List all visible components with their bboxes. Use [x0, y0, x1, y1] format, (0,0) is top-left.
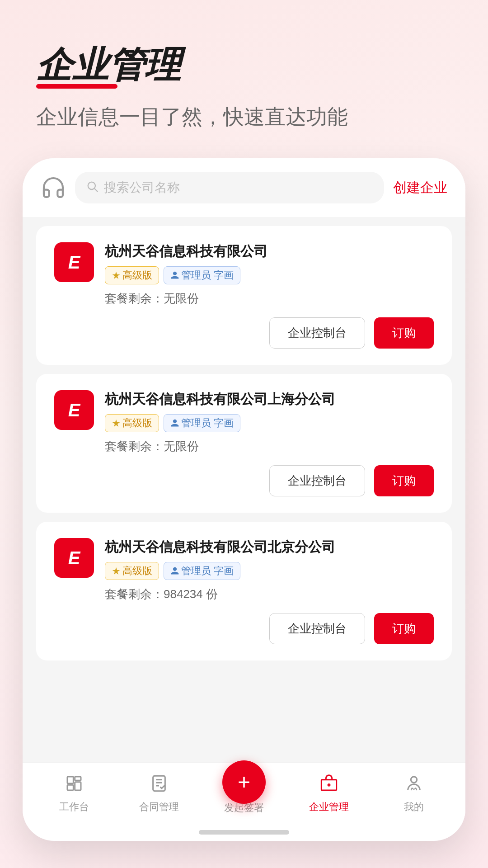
search-bar-area: 搜索公司名称 创建企业: [23, 158, 465, 217]
nav-item-enterprise[interactable]: 企业管理: [286, 774, 371, 814]
svg-line-1: [94, 189, 97, 191]
search-icon: [86, 180, 99, 196]
company-actions-2: 企业控制台 订购: [54, 465, 434, 496]
company-card-1: E 杭州天谷信息科技有限公司 高级版 管理员 字画: [36, 226, 452, 365]
company-name-2: 杭州天谷信息科技有限公司上海分公司: [105, 390, 434, 408]
company-header-3: E 杭州天谷信息科技有限公司北京分公司 高级版 管理员 字画: [54, 538, 434, 602]
phone-mockup: 搜索公司名称 创建企业 E 杭州天谷信息科技有限公司 高级: [23, 158, 465, 841]
search-input[interactable]: 搜索公司名称: [75, 172, 384, 203]
svg-rect-6: [153, 776, 165, 791]
svg-rect-4: [67, 785, 73, 790]
company-logo-text-1: E: [68, 252, 80, 273]
company-tags-2: 高级版 管理员 字画: [105, 414, 434, 432]
svg-point-13: [411, 777, 417, 783]
home-indicator: [199, 830, 289, 835]
nav-item-contract[interactable]: 合同管理: [117, 774, 202, 814]
enterprise-icon: [320, 774, 338, 797]
admin-tag-2: 管理员 字画: [164, 414, 240, 432]
bottom-nav: 工作台 合同管理 + 发起签署: [23, 762, 465, 826]
order-btn-2[interactable]: 订购: [374, 465, 434, 496]
company-logo-3: E: [54, 538, 94, 578]
company-quota-1: 套餐剩余：无限份: [105, 291, 434, 307]
company-actions-3: 企业控制台 订购: [54, 613, 434, 644]
company-name-3: 杭州天谷信息科技有限公司北京分公司: [105, 538, 434, 556]
enterprise-control-btn-1[interactable]: 企业控制台: [269, 317, 365, 349]
plus-icon: +: [238, 771, 250, 793]
company-logo-text-2: E: [68, 400, 80, 420]
nav-item-workbench[interactable]: 工作台: [32, 774, 117, 814]
company-logo-text-3: E: [68, 548, 80, 568]
page-title: 企业管理: [36, 45, 181, 85]
admin-tag-3: 管理员 字画: [164, 562, 240, 580]
enterprise-control-btn-2[interactable]: 企业控制台: [269, 465, 365, 496]
order-btn-1[interactable]: 订购: [374, 317, 434, 349]
search-placeholder: 搜索公司名称: [104, 179, 180, 196]
company-header-1: E 杭州天谷信息科技有限公司 高级版 管理员 字画: [54, 242, 434, 307]
nav-item-mine[interactable]: 我的: [371, 774, 456, 814]
company-name-1: 杭州天谷信息科技有限公司: [105, 242, 434, 260]
contract-label: 合同管理: [139, 800, 179, 814]
company-logo-2: E: [54, 390, 94, 430]
mine-icon: [405, 774, 423, 797]
company-tags-1: 高级版 管理员 字画: [105, 266, 434, 284]
sign-fab-button[interactable]: +: [222, 760, 266, 804]
company-card-2: E 杭州天谷信息科技有限公司上海分公司 高级版 管理员 字画: [36, 374, 452, 513]
premium-tag-3: 高级版: [105, 562, 159, 580]
svg-rect-2: [67, 777, 73, 783]
company-logo-1: E: [54, 242, 94, 282]
mine-label: 我的: [404, 800, 424, 814]
company-quota-2: 套餐剩余：无限份: [105, 439, 434, 454]
workbench-label: 工作台: [59, 800, 89, 814]
contract-icon: [150, 774, 168, 797]
company-header-2: E 杭州天谷信息科技有限公司上海分公司 高级版 管理员 字画: [54, 390, 434, 454]
company-card-3: E 杭州天谷信息科技有限公司北京分公司 高级版 管理员 字画: [36, 522, 452, 660]
enterprise-label: 企业管理: [309, 800, 349, 814]
companies-list: E 杭州天谷信息科技有限公司 高级版 管理员 字画: [23, 217, 465, 762]
page-header: 企业管理 企业信息一目了然，快速直达功能: [0, 0, 488, 149]
order-btn-3[interactable]: 订购: [374, 613, 434, 644]
company-info-1: 杭州天谷信息科技有限公司 高级版 管理员 字画: [105, 242, 434, 307]
company-tags-3: 高级版 管理员 字画: [105, 562, 434, 580]
create-enterprise-button[interactable]: 创建企业: [393, 179, 447, 197]
workbench-icon: [65, 774, 83, 797]
svg-rect-5: [75, 782, 81, 790]
app-content: 搜索公司名称 创建企业 E 杭州天谷信息科技有限公司 高级: [23, 158, 465, 762]
svg-rect-3: [75, 777, 81, 780]
admin-tag-1: 管理员 字画: [164, 266, 240, 284]
company-info-3: 杭州天谷信息科技有限公司北京分公司 高级版 管理员 字画: [105, 538, 434, 602]
company-quota-3: 套餐剩余：984234 份: [105, 586, 434, 602]
enterprise-control-btn-3[interactable]: 企业控制台: [269, 613, 365, 644]
company-actions-1: 企业控制台 订购: [54, 317, 434, 349]
company-info-2: 杭州天谷信息科技有限公司上海分公司 高级版 管理员 字画: [105, 390, 434, 454]
page-subtitle: 企业信息一目了然，快速直达功能: [36, 103, 452, 131]
premium-tag-1: 高级版: [105, 266, 159, 284]
nav-item-sign: + 发起签署: [202, 774, 286, 815]
premium-tag-2: 高级版: [105, 414, 159, 432]
headset-icon[interactable]: [41, 175, 66, 200]
